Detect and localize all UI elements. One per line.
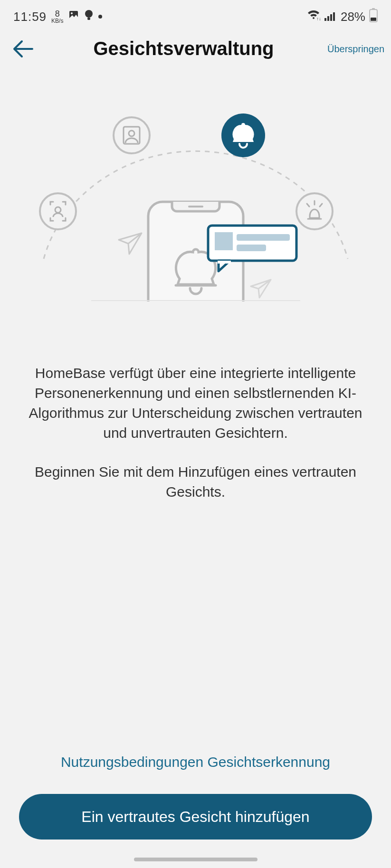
status-bar: 11:59 8 KB/s ↑↓ 28%	[0, 0, 391, 33]
wifi-icon: ↑↓	[306, 9, 321, 24]
svg-point-18	[296, 193, 333, 229]
paper-plane-right-icon	[251, 280, 271, 298]
page-title: Gesichtsverwaltung	[40, 38, 327, 59]
svg-rect-29	[237, 245, 266, 251]
svg-point-12	[40, 193, 76, 229]
svg-rect-8	[333, 12, 335, 21]
add-face-button[interactable]: Ein vertrautes Gesicht hinzufügen	[19, 794, 372, 840]
battery-pct: 28%	[341, 9, 365, 24]
description-p1: HomeBase verfügt über eine integrierte i…	[29, 363, 362, 443]
svg-rect-11	[371, 18, 376, 21]
battery-icon	[369, 8, 378, 26]
status-left: 11:59 8 KB/s	[13, 9, 102, 24]
description: HomeBase verfügt über eine integrierte i…	[0, 363, 391, 502]
home-indicator[interactable]	[134, 858, 257, 861]
skip-button[interactable]: Überspringen	[327, 43, 380, 55]
svg-rect-28	[237, 234, 290, 241]
terms-link[interactable]: Nutzungsbedingungen Gesichtserkennung	[19, 754, 372, 770]
speech-bubble	[208, 226, 296, 271]
svg-rect-5	[324, 18, 326, 21]
illustration	[0, 93, 391, 302]
svg-point-1	[71, 12, 73, 14]
svg-point-2	[85, 10, 93, 18]
svg-rect-27	[215, 232, 233, 250]
svg-rect-6	[327, 16, 329, 21]
network-speed: 8 KB/s	[51, 9, 63, 24]
bell-icon	[221, 113, 265, 157]
siren-icon	[296, 193, 333, 229]
back-button[interactable]	[11, 39, 40, 58]
description-p2: Beginnen Sie mit dem Hinzufügen eines ve…	[29, 462, 362, 502]
header: Gesichtsverwaltung Überspringen	[0, 33, 391, 64]
dot-icon	[98, 15, 102, 19]
paper-plane-left-icon	[119, 233, 142, 254]
status-time: 11:59	[13, 9, 47, 24]
svg-rect-26	[218, 261, 231, 264]
image-icon	[68, 9, 79, 24]
footer: Nutzungsbedingungen Gesichtserkennung Ei…	[0, 754, 391, 868]
face-scan-icon	[40, 193, 76, 229]
status-right: ↑↓ 28%	[306, 8, 378, 26]
svg-rect-7	[330, 14, 332, 21]
svg-rect-3	[87, 18, 90, 20]
arrow-left-icon	[11, 39, 33, 58]
bulb-icon	[84, 9, 94, 24]
svg-point-14	[114, 117, 150, 153]
signal-icon	[324, 9, 337, 24]
svg-text:↑↓: ↑↓	[316, 16, 321, 21]
portrait-icon	[114, 117, 150, 153]
